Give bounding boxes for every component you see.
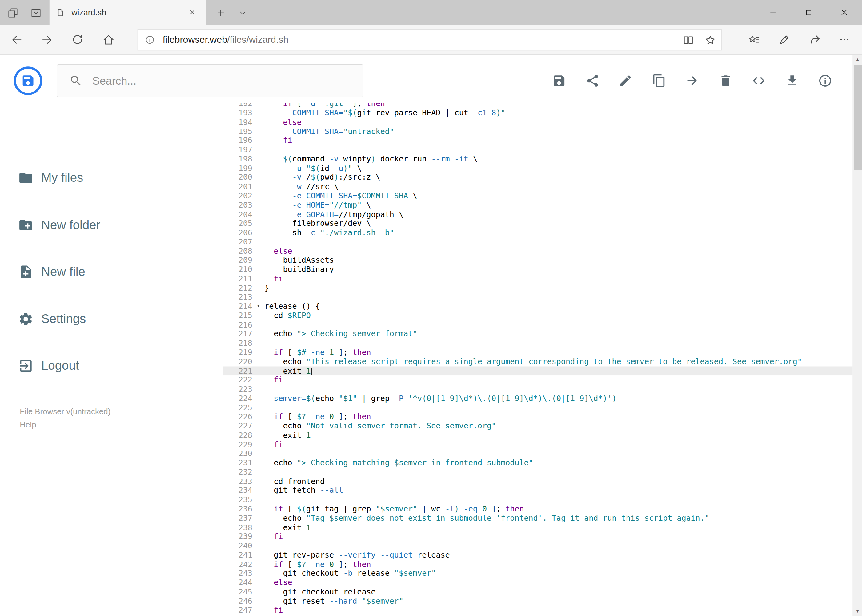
code-line[interactable]: 240	[222, 541, 853, 550]
sidebar-item-logout[interactable]: Logout	[0, 349, 222, 382]
code-line[interactable]: 221 exit 1	[222, 366, 853, 376]
minimize-button[interactable]	[755, 0, 791, 25]
code-line[interactable]: 206 sh -c "./wizard.sh -b"	[222, 228, 853, 237]
share-button[interactable]	[585, 74, 599, 88]
code-line[interactable]: 246 git reset --hard "$semver"	[222, 596, 853, 605]
help-link[interactable]: Help	[20, 420, 36, 429]
code-line[interactable]: 238 exit 1	[222, 523, 853, 532]
code-line[interactable]: 223	[222, 385, 853, 394]
refresh-icon[interactable]	[66, 31, 90, 48]
delete-button[interactable]	[718, 74, 733, 88]
sidebar-item-new-file[interactable]: New file	[0, 256, 222, 289]
code-line[interactable]: 199 -u "$(id -u)" \	[222, 163, 853, 173]
search-input[interactable]	[92, 74, 345, 87]
code-line[interactable]: 231 echo "> Checking matching $semver in…	[222, 458, 853, 467]
raw-code-button[interactable]	[752, 74, 766, 88]
code-line[interactable]: 200 -v /$(pwd):/src:z \	[222, 173, 853, 182]
code-line[interactable]: 194 else	[222, 118, 853, 127]
code-line[interactable]: 211 fi	[222, 274, 853, 283]
code-line[interactable]: 241 git rev-parse --verify --quiet relea…	[222, 550, 853, 560]
address-bar[interactable]: filebrowser.web/files/wizard.sh	[137, 29, 722, 51]
url-text[interactable]: filebrowser.web/files/wizard.sh	[163, 35, 288, 46]
code-line[interactable]: 243 git checkout -b release "$semver"	[222, 569, 853, 578]
code-line[interactable]: 233 cd frontend	[222, 477, 853, 486]
move-button[interactable]	[685, 74, 699, 88]
code-line[interactable]: 207	[222, 237, 853, 246]
code-line[interactable]: 229 fi	[222, 440, 853, 449]
share-page-icon[interactable]	[803, 31, 827, 48]
code-line[interactable]: 234 git fetch --all	[222, 486, 853, 495]
code-line[interactable]: 193 COMMIT_SHA="$(git rev-parse HEAD | c…	[222, 108, 853, 118]
code-line[interactable]: 196 fi	[222, 136, 853, 145]
code-line[interactable]: 205 filebrowser/dev \	[222, 218, 853, 228]
filebrowser-logo-icon[interactable]	[14, 66, 43, 95]
sidebar-item-my-files[interactable]: My files	[0, 162, 222, 194]
site-info-icon[interactable]	[145, 35, 155, 45]
code-line[interactable]: 192 if [ -d ".git" ]; then	[222, 103, 853, 108]
tab-list-chevron-icon[interactable]	[234, 4, 251, 22]
download-button[interactable]	[785, 74, 799, 88]
browser-tab[interactable]: wizard.sh	[50, 0, 206, 25]
code-line[interactable]: 224 semver=$(echo "$1" | grep -P '^v(0|[…	[222, 394, 853, 403]
code-line[interactable]: 232	[222, 467, 853, 477]
code-line[interactable]: 219 if [ $# -ne 1 ]; then	[222, 348, 853, 357]
code-line[interactable]: 239 fi	[222, 532, 853, 541]
back-icon[interactable]	[4, 31, 28, 48]
forward-icon[interactable]	[35, 31, 59, 48]
info-button[interactable]	[818, 74, 832, 88]
code-line[interactable]: 245 git checkout release	[222, 587, 853, 596]
close-button[interactable]	[826, 0, 862, 25]
scroll-up-icon[interactable]: ▲	[853, 55, 862, 64]
home-icon[interactable]	[96, 31, 121, 48]
code-line[interactable]: 203 -e HOME="//tmp" \	[222, 201, 853, 210]
code-line[interactable]: 225	[222, 403, 853, 412]
code-line[interactable]: 210 buildBinary	[222, 265, 853, 274]
new-tab-button[interactable]	[211, 4, 230, 22]
code-line[interactable]: 230	[222, 449, 853, 458]
code-line[interactable]: 195 COMMIT_SHA="untracked"	[222, 127, 853, 136]
code-line[interactable]: 244 else	[222, 578, 853, 587]
fold-marker-icon[interactable]: ▾	[252, 302, 264, 311]
sidebar-item-settings[interactable]: Settings	[0, 303, 222, 336]
code-line[interactable]: 201 -w //src \	[222, 182, 853, 191]
set-tabs-aside-icon[interactable]	[3, 4, 22, 22]
code-line[interactable]: 235	[222, 495, 853, 504]
page-scrollbar[interactable]: ▲ ▼	[853, 55, 862, 616]
code-line[interactable]: 236 if [ $(git tag | grep "$semver" | wc…	[222, 504, 853, 514]
code-line[interactable]: 227 echo "Not valid semver format. See s…	[222, 421, 853, 431]
save-button[interactable]	[552, 74, 566, 88]
code-line[interactable]: 213	[222, 292, 853, 302]
code-line[interactable]: 222 fi	[222, 376, 853, 385]
code-line[interactable]: 220 echo "This release script requires a…	[222, 357, 853, 366]
copy-button[interactable]	[652, 74, 666, 88]
maximize-button[interactable]	[791, 0, 826, 25]
sidebar-item-new-folder[interactable]: New folder	[0, 209, 222, 242]
code-line[interactable]: 198 $(command -v winpty) docker run --rm…	[222, 154, 853, 163]
code-line[interactable]: 215 cd $REPO	[222, 311, 853, 320]
scrollbar-thumb[interactable]	[854, 65, 862, 170]
web-note-pen-icon[interactable]	[772, 31, 797, 48]
code-line[interactable]: 214▾release () {	[222, 302, 853, 311]
code-line[interactable]: 209 buildAssets	[222, 256, 853, 265]
code-line[interactable]: 204 -e GOPATH=//tmp/gopath \	[222, 209, 853, 218]
code-line[interactable]: 208 else	[222, 246, 853, 256]
code-line[interactable]: 202 -e COMMIT_SHA=$COMMIT_SHA \	[222, 191, 853, 201]
search-bar[interactable]	[57, 64, 364, 97]
scroll-down-icon[interactable]: ▼	[853, 607, 862, 616]
more-ellipsis-icon[interactable]	[834, 31, 855, 48]
code-line[interactable]: 242 if [ $? -ne 0 ]; then	[222, 560, 853, 569]
reading-view-icon[interactable]	[678, 30, 699, 50]
code-line[interactable]: 218	[222, 339, 853, 348]
code-line[interactable]: 237 echo "Tag $semver does not exist in …	[222, 514, 853, 523]
code-line[interactable]: 226 if [ $? -ne 0 ]; then	[222, 412, 853, 421]
edit-button[interactable]	[619, 74, 633, 88]
code-line[interactable]: 212}	[222, 283, 853, 292]
code-editor[interactable]: 192 if [ -d ".git" ]; then193 COMMIT_SHA…	[222, 103, 853, 616]
code-line[interactable]: 228 exit 1	[222, 431, 853, 440]
favorite-star-icon[interactable]	[699, 30, 721, 50]
code-line[interactable]: 197	[222, 145, 853, 154]
tab-close-icon[interactable]	[184, 5, 199, 19]
code-line[interactable]: 216	[222, 320, 853, 329]
hub-favorites-icon[interactable]	[742, 31, 766, 48]
tab-preview-icon[interactable]	[27, 4, 45, 22]
